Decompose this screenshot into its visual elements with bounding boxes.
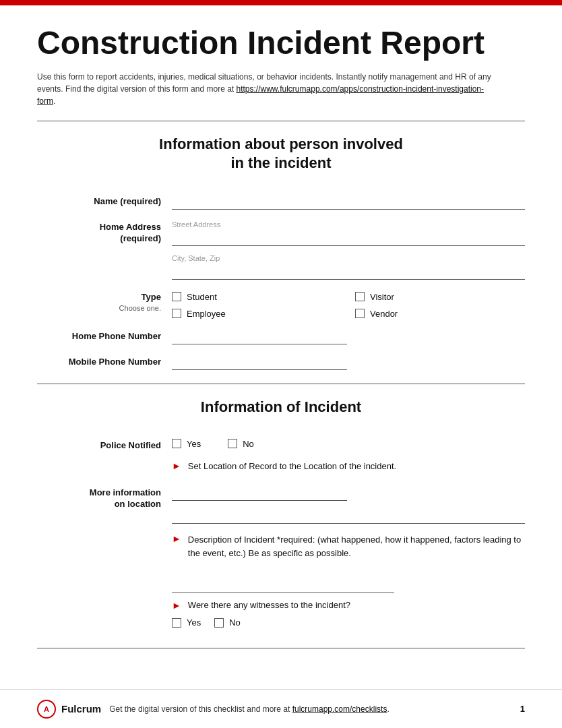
- police-no-label: No: [243, 439, 254, 449]
- home-phone-row: Home Phone Number: [37, 328, 525, 344]
- location-instruction-row: ► Set Location of Record to the Location…: [37, 460, 525, 478]
- section-divider-2: [37, 384, 525, 384]
- witness-yes-option[interactable]: Yes: [172, 617, 201, 628]
- footer-text: Get the digital version of this checklis…: [109, 704, 512, 714]
- witnesses-row: ► Were there any witnesses to the incide…: [172, 600, 525, 611]
- name-input[interactable]: [172, 195, 525, 210]
- name-row: Name (required): [37, 193, 525, 210]
- witness-no-option[interactable]: No: [214, 617, 241, 628]
- police-notified-field-content: Yes No: [172, 437, 525, 449]
- type-option-student[interactable]: Student: [172, 292, 342, 302]
- student-checkbox[interactable]: [172, 292, 181, 301]
- mobile-phone-field-content: [172, 354, 525, 370]
- type-options-grid: Student Visitor Employee Vendor: [172, 292, 525, 319]
- location-instruction-text: Set Location of Record to the Location o…: [188, 461, 396, 471]
- police-yes-checkbox[interactable]: [172, 439, 181, 448]
- vendor-checkbox[interactable]: [355, 309, 365, 318]
- type-option-employee[interactable]: Employee: [172, 309, 342, 319]
- street-placeholder: Street Address: [172, 220, 525, 229]
- witness-checkboxes: Yes No: [172, 617, 525, 628]
- more-info-field-content: [172, 485, 525, 524]
- mobile-phone-label: Mobile Phone Number: [37, 354, 172, 368]
- student-label: Student: [187, 292, 217, 302]
- location-arrow-icon: ►: [172, 460, 181, 471]
- more-info-input-2[interactable]: [172, 509, 525, 524]
- type-option-vendor[interactable]: Vendor: [355, 309, 525, 319]
- home-address-label: Home Address (required): [37, 219, 172, 245]
- city-input[interactable]: [172, 265, 525, 280]
- more-info-input-1[interactable]: [172, 486, 347, 501]
- section2-title: Information of Incident: [37, 398, 525, 417]
- more-info-label: More information on location: [37, 485, 172, 510]
- police-no-option[interactable]: No: [228, 439, 254, 449]
- fulcrum-logo-text: Fulcrum: [61, 703, 101, 715]
- type-field-content: Student Visitor Employee Vendor: [172, 289, 525, 319]
- home-phone-label: Home Phone Number: [37, 328, 172, 342]
- witnesses-arrow-icon: ►: [172, 600, 181, 611]
- police-yes-option[interactable]: Yes: [172, 439, 201, 449]
- visitor-checkbox[interactable]: [355, 292, 365, 301]
- red-top-bar: [0, 0, 562, 5]
- visitor-label: Visitor: [370, 292, 394, 302]
- name-field-content: [172, 193, 525, 210]
- footer-page-number: 1: [520, 704, 525, 714]
- section-divider-1: [37, 121, 525, 121]
- witness-yes-label: Yes: [187, 617, 201, 628]
- home-address-field-content: Street Address City, State, Zip: [172, 219, 525, 280]
- section1-title: Information about person involved in the…: [37, 135, 525, 173]
- type-label: Type Choose one.: [37, 289, 172, 313]
- footer: A Fulcrum Get the digital version of thi…: [0, 689, 562, 728]
- name-label: Name (required): [37, 193, 172, 208]
- police-yes-label: Yes: [187, 439, 201, 449]
- description-arrow-icon: ►: [172, 533, 181, 544]
- witnesses-text: Were there any witnesses to the incident…: [188, 600, 350, 610]
- witnesses-section: ► Were there any witnesses to the incide…: [37, 600, 525, 628]
- location-info-row: ► Set Location of Record to the Location…: [172, 460, 525, 471]
- home-phone-field-content: [172, 328, 525, 344]
- street-input[interactable]: [172, 231, 525, 246]
- witness-no-label: No: [229, 617, 241, 628]
- police-notified-label: Police Notified: [37, 437, 172, 452]
- description-row: ► Description of Incident *required: (wh…: [172, 533, 525, 559]
- section-divider-3: [37, 648, 525, 648]
- police-notified-row: Police Notified Yes No: [37, 437, 525, 452]
- mobile-phone-row: Mobile Phone Number: [37, 354, 525, 370]
- mobile-phone-input[interactable]: [172, 355, 347, 370]
- fulcrum-circle-icon: A: [37, 700, 56, 719]
- home-address-row: Home Address (required) Street Address C…: [37, 219, 525, 280]
- home-phone-input[interactable]: [172, 330, 347, 344]
- witness-no-checkbox[interactable]: [214, 618, 224, 628]
- type-option-visitor[interactable]: Visitor: [355, 292, 525, 302]
- city-placeholder: City, State, Zip: [172, 254, 525, 262]
- type-row: Type Choose one. Student Visitor Employe…: [37, 289, 525, 319]
- witness-yes-checkbox[interactable]: [172, 618, 181, 628]
- employee-label: Employee: [187, 309, 226, 319]
- vendor-label: Vendor: [370, 309, 398, 319]
- city-state-zip-field: City, State, Zip: [172, 254, 525, 280]
- footer-link[interactable]: fulcrumapp.com/checklists: [292, 704, 387, 714]
- description-text: Description of Incident *required: (what…: [188, 533, 525, 559]
- fulcrum-logo: A Fulcrum: [37, 700, 101, 719]
- police-no-checkbox[interactable]: [228, 439, 237, 448]
- description-input[interactable]: [172, 578, 394, 593]
- description-section: ► Description of Incident *required: (wh…: [37, 533, 525, 593]
- more-info-row: More information on location: [37, 485, 525, 524]
- employee-checkbox[interactable]: [172, 309, 181, 318]
- page-title: Construction Incident Report: [37, 26, 525, 61]
- street-address-field: Street Address: [172, 220, 525, 246]
- page-description: Use this form to report accidents, injur…: [37, 71, 495, 107]
